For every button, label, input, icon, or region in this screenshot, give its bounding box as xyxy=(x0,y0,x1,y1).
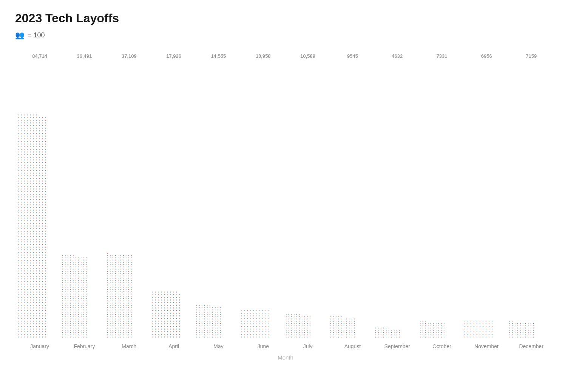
person-icon: ⬧ xyxy=(333,322,335,324)
person-icon: ⬧ xyxy=(286,324,288,327)
person-icon: ⬧ xyxy=(522,331,525,333)
person-icon: ⬧ xyxy=(107,327,110,329)
person-icon: ⬧ xyxy=(349,336,351,338)
person-icon: ⬧ xyxy=(107,318,110,320)
person-icon: ⬧ xyxy=(220,306,222,309)
person-icon: ⬧ xyxy=(75,290,78,293)
person-icon: ⬧ xyxy=(20,333,23,335)
person-icon: ⬧ xyxy=(151,327,154,330)
person-icon: ⬧ xyxy=(86,270,88,272)
person-icon: ⬧ xyxy=(35,235,39,238)
person-icon: ⬧ xyxy=(115,281,117,284)
person-icon: ⬧ xyxy=(45,240,48,243)
person-icon: ⬧ xyxy=(80,295,83,297)
person-icon: ⬧ xyxy=(70,270,73,272)
x-axis-label: August xyxy=(330,343,375,349)
person-icon: ⬧ xyxy=(70,277,73,279)
person-icon: ⬧ xyxy=(443,322,446,324)
person-icon: ⬧ xyxy=(20,227,23,230)
person-icon: ⬧ xyxy=(75,318,78,320)
person-icon: ⬧ xyxy=(128,281,131,284)
person-icon: ⬧ xyxy=(288,315,291,318)
person-icon: ⬧ xyxy=(35,277,39,280)
person-icon: ⬧ xyxy=(45,333,48,335)
person-icon: ⬧ xyxy=(67,281,70,284)
person-icon: ⬧ xyxy=(70,318,73,320)
person-icon: ⬧ xyxy=(220,331,222,333)
person-icon: ⬧ xyxy=(217,306,220,309)
person-icon: ⬧ xyxy=(154,325,157,327)
person-icon: ⬧ xyxy=(525,333,528,336)
person-icon: ⬧ xyxy=(157,333,160,335)
person-icon: ⬧ xyxy=(23,232,26,235)
person-icon: ⬧ xyxy=(20,240,23,243)
person-icon: ⬧ xyxy=(62,256,65,259)
person-icon: ⬧ xyxy=(32,306,35,309)
person-icon: ⬧ xyxy=(23,304,26,306)
person-icon: ⬧ xyxy=(250,314,253,317)
person-icon: ⬧ xyxy=(39,301,42,304)
person-icon: ⬧ xyxy=(67,318,70,320)
person-icon: ⬧ xyxy=(117,270,120,272)
person-icon: ⬧ xyxy=(75,299,78,302)
person-icon: ⬧ xyxy=(107,268,110,270)
person-icon: ⬧ xyxy=(199,318,201,320)
person-icon: ⬧ xyxy=(35,201,39,203)
person-icon: ⬧ xyxy=(42,216,45,219)
person-icon: ⬧ xyxy=(125,268,128,270)
person-icon: ⬧ xyxy=(333,324,335,327)
person-icon: ⬧ xyxy=(131,311,133,313)
person-icon: ⬧ xyxy=(20,224,23,227)
person-icon: ⬧ xyxy=(293,324,296,327)
person-icon: ⬧ xyxy=(125,261,128,263)
person-icon: ⬧ xyxy=(262,325,265,327)
person-icon: ⬧ xyxy=(86,281,88,284)
person-icon: ⬧ xyxy=(201,309,204,311)
bar-icons: ⬧⬧⬧⬧⬧⬧⬧⬧⬧⬧⬧⬧⬧⬧⬧⬧⬧⬧⬧⬧⬧⬧⬧⬧⬧⬧⬧⬧⬧⬧⬧⬧⬧⬧⬧⬧⬧⬧⬧⬧… xyxy=(330,309,375,338)
person-icon: ⬧ xyxy=(117,318,120,320)
person-icon: ⬧ xyxy=(65,293,67,295)
person-icon: ⬧ xyxy=(35,142,39,145)
person-icon: ⬧ xyxy=(26,158,29,161)
person-icon: ⬧ xyxy=(131,318,133,320)
person-icon: ⬧ xyxy=(17,256,20,259)
person-icon: ⬧ xyxy=(45,232,48,235)
person-icon: ⬧ xyxy=(45,256,48,259)
x-axis-title: Month xyxy=(17,354,554,361)
person-icon: ⬧ xyxy=(35,145,39,148)
person-icon: ⬧ xyxy=(42,140,45,142)
person-icon: ⬧ xyxy=(473,322,476,325)
person-icon: ⬧ xyxy=(438,322,441,324)
person-icon: ⬧ xyxy=(45,322,48,325)
person-icon: ⬧ xyxy=(65,270,67,272)
person-icon: ⬧ xyxy=(42,174,45,177)
person-icon: ⬧ xyxy=(427,327,430,329)
person-icon: ⬧ xyxy=(75,322,78,324)
person-icon: ⬧ xyxy=(23,269,26,272)
bar-icons: ⬧⬧⬧⬧⬧⬧⬧⬧⬧⬧⬧⬧⬧⬧⬧⬧⬧⬧⬧⬧⬧⬧⬧⬧⬧⬧⬧⬧⬧⬧⬧⬧⬧⬧⬧⬧⬧⬧⬧⬧… xyxy=(107,225,151,338)
person-icon: ⬧ xyxy=(70,268,73,270)
person-icon: ⬧ xyxy=(422,331,425,333)
person-icon: ⬧ xyxy=(80,324,83,327)
person-icon: ⬧ xyxy=(128,265,131,268)
bar-group: 4632⬧⬧⬧⬧⬧⬧⬧⬧⬧⬧⬧⬧⬧⬧⬧⬧⬧⬧⬧⬧⬧⬧⬧⬧⬧⬧⬧⬧⬧⬧⬧⬧⬧⬧⬧⬧… xyxy=(375,62,420,338)
person-icon: ⬧ xyxy=(20,198,23,201)
person-icon: ⬧ xyxy=(179,333,182,335)
person-icon: ⬧ xyxy=(39,219,42,222)
person-icon: ⬧ xyxy=(35,187,39,190)
person-icon: ⬧ xyxy=(29,145,32,148)
person-icon: ⬧ xyxy=(438,327,441,329)
bar-group: 9545⬧⬧⬧⬧⬧⬧⬧⬧⬧⬧⬧⬧⬧⬧⬧⬧⬧⬧⬧⬧⬧⬧⬧⬧⬧⬧⬧⬧⬧⬧⬧⬧⬧⬧⬧⬧… xyxy=(330,62,375,338)
person-icon: ⬧ xyxy=(217,322,220,324)
person-icon: ⬧ xyxy=(35,185,39,187)
person-icon: ⬧ xyxy=(179,317,182,319)
person-icon: ⬧ xyxy=(388,331,391,333)
person-icon: ⬧ xyxy=(45,142,48,145)
person-icon: ⬧ xyxy=(209,333,212,336)
person-icon: ⬧ xyxy=(20,203,23,206)
person-icon: ⬧ xyxy=(32,319,35,322)
person-icon: ⬧ xyxy=(479,325,482,327)
person-icon: ⬧ xyxy=(170,306,173,309)
person-icon: ⬧ xyxy=(220,309,222,311)
person-icon: ⬧ xyxy=(35,238,39,240)
